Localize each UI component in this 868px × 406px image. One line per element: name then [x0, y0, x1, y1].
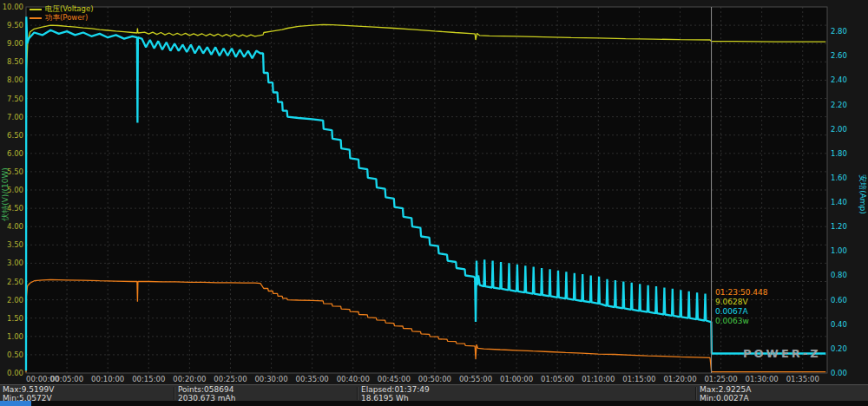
svg-text:8.50: 8.50 [7, 57, 23, 66]
svg-text:1.40: 1.40 [831, 198, 847, 206]
svg-text:1.20: 1.20 [831, 222, 847, 231]
legend: 电压(Voltage) 功率(Power) [30, 5, 94, 23]
svg-text:0.80: 0.80 [831, 271, 847, 279]
svg-text:2.50: 2.50 [7, 278, 23, 286]
svg-text:01:00:00: 01:00:00 [500, 375, 533, 383]
svg-text:1.00: 1.00 [7, 332, 23, 341]
svg-text:00:05:00: 00:05:00 [50, 375, 83, 383]
svg-text:3.00: 3.00 [7, 259, 23, 267]
power-z-chart-window: 00:00:0000:05:0000:10:0000:15:0000:20:00… [0, 0, 868, 406]
svg-text:0.60: 0.60 [831, 296, 847, 304]
svg-text:00:45:00: 00:45:00 [378, 375, 411, 383]
svg-text:0.50: 0.50 [7, 350, 23, 359]
legend-item-power[interactable]: 功率(Power) [30, 14, 94, 23]
svg-text:01:15:00: 01:15:00 [622, 375, 655, 383]
svg-text:00:30:00: 00:30:00 [254, 375, 287, 383]
svg-text:9.00: 9.00 [7, 39, 23, 48]
right-axis-title: 安培(Amp) [858, 174, 867, 214]
statusbar-divider [695, 387, 697, 400]
bottom-left-accent [0, 401, 31, 406]
svg-text:00:20:00: 00:20:00 [173, 375, 206, 383]
svg-text:8.00: 8.00 [7, 75, 23, 84]
svg-text:00:55:00: 00:55:00 [459, 375, 492, 383]
svg-text:00:40:00: 00:40:00 [337, 375, 370, 383]
svg-text:1.60: 1.60 [831, 174, 847, 182]
svg-text:1.00: 1.00 [831, 246, 847, 255]
cursor-voltage: 9.0628V [715, 298, 767, 307]
status-bar: Max:9.5199V Min:5.0572V Points:058694 20… [0, 384, 868, 402]
svg-text:6.00: 6.00 [7, 149, 23, 158]
cursor-time: 01:23:50.448 [715, 288, 767, 298]
svg-text:01:10:00: 01:10:00 [582, 375, 615, 383]
voltage-max: Max:9.5199V [3, 386, 54, 394]
svg-text:0.20: 0.20 [831, 344, 847, 353]
power-line-swatch [30, 17, 42, 19]
current-max: Max:2.9225A [700, 386, 751, 394]
statusbar-divider [357, 387, 358, 400]
legend-power-label: 功率(Power) [45, 13, 88, 23]
svg-text:2.20: 2.20 [831, 101, 847, 109]
statusbar-divider [174, 387, 175, 400]
svg-text:2.00: 2.00 [831, 125, 847, 134]
svg-text:2.60: 2.60 [831, 51, 847, 60]
svg-text:10.00: 10.00 [3, 3, 23, 11]
cursor-current: 0.0067A [715, 307, 767, 317]
svg-text:01:25:00: 01:25:00 [704, 375, 737, 383]
elapsed-time: Elapsed:01:37:49 [361, 386, 430, 394]
svg-text:7.00: 7.00 [7, 113, 23, 121]
cursor-readout: 01:23:50.448 9.0628V 0.0067A 0.0063w [715, 288, 767, 326]
svg-text:00:50:00: 00:50:00 [418, 375, 451, 383]
svg-text:2.80: 2.80 [831, 27, 847, 36]
right-axis-labels: 2.802.602.402.202.001.801.601.401.201.00… [831, 27, 847, 377]
svg-text:01:35:00: 01:35:00 [786, 375, 819, 383]
svg-text:00:25:00: 00:25:00 [214, 375, 247, 383]
svg-text:0.00: 0.00 [7, 369, 23, 377]
svg-text:2.00: 2.00 [7, 296, 23, 304]
points-count: Points:058694 [178, 386, 235, 394]
cursor-power: 0.0063w [715, 317, 767, 326]
watermark-logo: POWER-Z [743, 347, 821, 360]
svg-text:00:10:00: 00:10:00 [91, 375, 124, 383]
voltage-line-swatch [30, 9, 42, 10]
svg-text:3.50: 3.50 [7, 240, 23, 249]
left-axis-title: 伏特(V)/(10W) [1, 167, 10, 222]
svg-text:1.80: 1.80 [831, 149, 847, 158]
svg-text:9.50: 9.50 [7, 21, 23, 29]
svg-text:0.40: 0.40 [831, 320, 847, 329]
svg-text:2.40: 2.40 [831, 75, 847, 84]
bottom-strip [0, 401, 868, 406]
svg-text:00:15:00: 00:15:00 [132, 375, 165, 383]
svg-text:6.50: 6.50 [7, 131, 23, 140]
svg-text:1.50: 1.50 [7, 314, 23, 323]
svg-text:7.50: 7.50 [7, 95, 23, 103]
svg-text:01:20:00: 01:20:00 [663, 375, 696, 383]
svg-text:01:05:00: 01:05:00 [541, 375, 574, 383]
svg-text:0.00: 0.00 [831, 369, 847, 377]
svg-text:01:30:00: 01:30:00 [746, 375, 779, 383]
chart-canvas[interactable]: 00:00:0000:05:0000:10:0000:15:0000:20:00… [0, 0, 868, 384]
svg-text:4.00: 4.00 [7, 222, 23, 231]
svg-text:00:35:00: 00:35:00 [296, 375, 329, 383]
x-axis-labels: 00:00:0000:05:0000:10:0000:15:0000:20:00… [26, 375, 819, 383]
